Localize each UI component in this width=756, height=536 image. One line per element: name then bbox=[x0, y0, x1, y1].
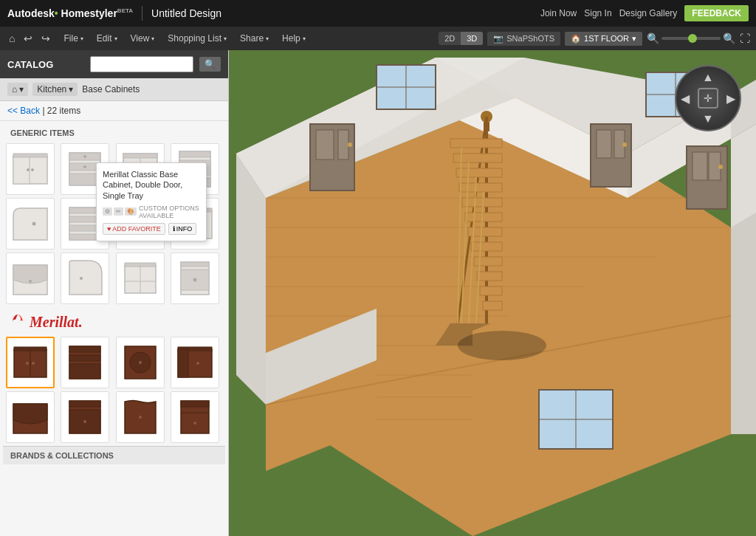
3d-view-button[interactable]: 3D bbox=[461, 32, 483, 45]
snapshots-button[interactable]: 📷 SNaPShOTS bbox=[487, 32, 560, 46]
feedback-button[interactable]: FEEDBACK bbox=[684, 5, 749, 21]
svg-point-64 bbox=[83, 420, 86, 423]
floor-selector[interactable]: 🏠 1ST FLOOR ▾ bbox=[565, 32, 642, 46]
back-link[interactable]: << Back bbox=[7, 106, 40, 116]
breadcrumb-kitchen[interactable]: Kitchen ▾ bbox=[32, 83, 78, 96]
svg-point-3 bbox=[31, 168, 34, 171]
merillat-logo: Merillat. bbox=[9, 313, 219, 331]
generic-items-label: GENERIC ITEMS bbox=[3, 124, 225, 140]
svg-rect-42 bbox=[181, 262, 209, 267]
catalog-item-merillat[interactable] bbox=[6, 337, 55, 388]
catalog-item-merillat[interactable] bbox=[6, 391, 55, 443]
breadcrumb-home[interactable]: ⌂ ▾ bbox=[7, 83, 28, 96]
file-menu-arrow: ▾ bbox=[80, 35, 83, 42]
catalog-item-merillat[interactable] bbox=[171, 337, 219, 388]
catalog-item-merillat[interactable] bbox=[116, 391, 165, 443]
home-breadcrumb-arrow: ▾ bbox=[19, 84, 24, 95]
menu-bar: ⌂ ↩ ↪ File ▾ Edit ▾ View ▾ Shopping List… bbox=[0, 27, 756, 50]
cabinet-icon bbox=[12, 150, 49, 188]
room-scene: ▲ ▼ ◀ ▶ ✛ bbox=[229, 50, 756, 536]
merillat-cabinet-icon bbox=[122, 343, 159, 382]
toolbar-right: 2D 3D 📷 SNaPShOTS 🏠 1ST FLOOR ▾ 🔍 🔍 ⛶ bbox=[439, 32, 750, 46]
svg-marker-135 bbox=[731, 213, 756, 434]
svg-point-56 bbox=[139, 361, 142, 364]
svg-point-118 bbox=[622, 142, 627, 147]
svg-rect-53 bbox=[69, 364, 100, 379]
merillat-items-grid bbox=[3, 337, 225, 446]
svg-rect-67 bbox=[181, 401, 209, 407]
top-right-nav: Join Now Sign In Design Gallery FEEDBACK bbox=[540, 5, 749, 21]
join-now-link[interactable]: Join Now bbox=[540, 8, 577, 18]
crosshair-icon: ✛ bbox=[704, 92, 712, 104]
redo-icon[interactable]: ↪ bbox=[38, 31, 53, 46]
catalog-item-merillat[interactable] bbox=[61, 391, 109, 443]
merillat-cabinet-icon bbox=[12, 398, 49, 436]
catalog-header: CATALOG 🔍 bbox=[0, 50, 228, 78]
catalog-item[interactable] bbox=[6, 252, 55, 304]
cabinet-icon bbox=[12, 205, 49, 243]
2d-view-button[interactable]: 2D bbox=[439, 32, 461, 45]
zoom-thumb bbox=[688, 34, 697, 43]
catalog-item[interactable] bbox=[6, 198, 55, 250]
camera-icon: 📷 bbox=[493, 34, 504, 44]
edit-menu-arrow: ▾ bbox=[114, 35, 117, 42]
catalog-item[interactable] bbox=[116, 252, 165, 304]
view-menu[interactable]: View ▾ bbox=[125, 30, 161, 47]
svg-rect-112 bbox=[316, 130, 334, 159]
items-count-text: 22 items bbox=[47, 106, 80, 116]
svg-rect-99 bbox=[465, 213, 502, 221]
svg-rect-105 bbox=[483, 301, 502, 310]
svg-point-137 bbox=[458, 331, 546, 360]
logo-divider bbox=[142, 6, 142, 21]
cabinet-icon bbox=[12, 259, 49, 298]
shopping-list-menu[interactable]: Shopping List ▾ bbox=[162, 30, 233, 47]
svg-point-2 bbox=[27, 168, 30, 171]
sign-in-link[interactable]: Sign In bbox=[584, 8, 611, 18]
info-icon: ℹ bbox=[173, 225, 175, 233]
info-button[interactable]: ℹ INFO bbox=[168, 223, 197, 235]
catalog-item-merillat[interactable] bbox=[116, 337, 165, 388]
nav-down-button[interactable]: ▼ bbox=[702, 112, 714, 126]
nav-right-button[interactable]: ▶ bbox=[726, 92, 735, 106]
help-menu[interactable]: Help ▾ bbox=[276, 30, 312, 47]
merillat-cabinet-icon bbox=[66, 343, 103, 382]
items-count-bar: << Back | 22 items bbox=[0, 101, 228, 121]
svg-rect-52 bbox=[69, 355, 100, 361]
zoom-out-icon[interactable]: 🔍 bbox=[647, 32, 659, 44]
canvas-area[interactable]: ▲ ▼ ◀ ▶ ✛ bbox=[229, 50, 756, 536]
fullscreen-button[interactable]: ⛶ bbox=[740, 32, 750, 44]
options-icons: ⚙ ✏ 🎨 bbox=[103, 207, 137, 216]
kitchen-breadcrumb-arrow: ▾ bbox=[69, 84, 73, 95]
design-gallery-link[interactable]: Design Gallery bbox=[619, 8, 678, 18]
svg-rect-51 bbox=[69, 346, 100, 352]
svg-rect-96 bbox=[456, 168, 502, 177]
tooltip-options: ⚙ ✏ 🎨 CUSTOM OPTIONS AVAILABLE bbox=[103, 205, 200, 219]
svg-rect-113 bbox=[338, 130, 348, 159]
catalog-item[interactable] bbox=[171, 252, 219, 304]
undo-icon[interactable]: ↩ bbox=[21, 31, 35, 46]
zoom-slider[interactable] bbox=[662, 37, 721, 40]
home-icon[interactable]: ⌂ bbox=[6, 31, 18, 46]
zoom-area: 🔍 🔍 bbox=[647, 32, 735, 44]
shopping-list-arrow: ▾ bbox=[224, 35, 227, 42]
nav-left-button[interactable]: ◀ bbox=[681, 92, 690, 106]
merillat-cabinet-icon bbox=[176, 398, 213, 436]
share-menu-arrow: ▾ bbox=[266, 35, 269, 42]
search-button[interactable]: 🔍 bbox=[199, 57, 221, 72]
nav-up-button[interactable]: ▲ bbox=[702, 71, 714, 84]
add-favorite-button[interactable]: ♥ ADD FAVORITE bbox=[103, 223, 165, 235]
svg-rect-103 bbox=[477, 272, 502, 281]
edit-menu[interactable]: Edit ▾ bbox=[91, 30, 123, 47]
zoom-in-icon[interactable]: 🔍 bbox=[723, 32, 735, 44]
home-breadcrumb-icon: ⌂ bbox=[12, 84, 17, 95]
catalog-item-merillat[interactable] bbox=[61, 337, 109, 388]
catalog-item-merillat[interactable] bbox=[171, 391, 219, 443]
catalog-item[interactable] bbox=[61, 252, 109, 304]
catalog-item[interactable] bbox=[6, 143, 55, 195]
svg-point-69 bbox=[193, 422, 196, 425]
share-menu[interactable]: Share ▾ bbox=[234, 30, 275, 47]
nav-center-button[interactable]: ✛ bbox=[698, 88, 718, 109]
svg-rect-102 bbox=[474, 257, 502, 266]
file-menu[interactable]: File ▾ bbox=[58, 30, 89, 47]
search-input[interactable] bbox=[90, 56, 193, 72]
